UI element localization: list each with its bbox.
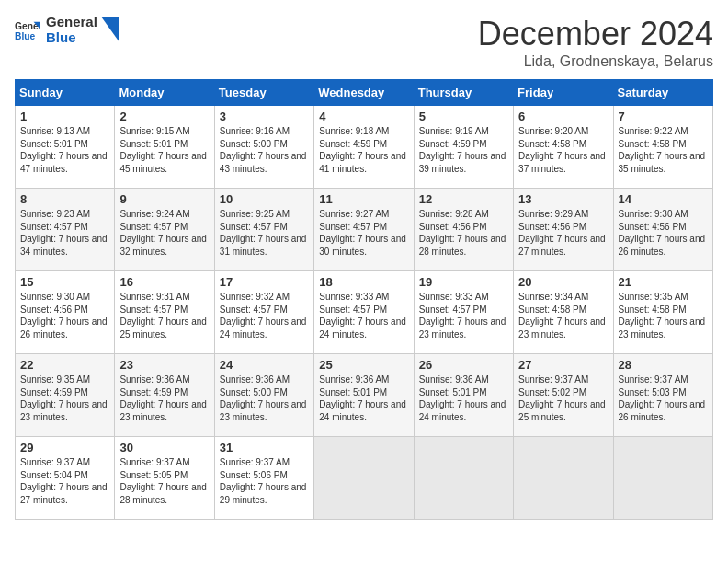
- calendar-cell: 1Sunrise: 9:13 AMSunset: 5:01 PMDaylight…: [16, 106, 115, 189]
- day-number: 15: [20, 275, 109, 289]
- day-number: 26: [419, 358, 508, 372]
- week-row-1: 1Sunrise: 9:13 AMSunset: 5:01 PMDaylight…: [16, 106, 713, 189]
- day-number: 29: [20, 441, 109, 454]
- calendar-cell: 10Sunrise: 9:25 AMSunset: 4:57 PMDayligh…: [214, 189, 313, 271]
- calendar-cell: 15Sunrise: 9:30 AMSunset: 4:56 PMDayligh…: [16, 271, 115, 354]
- svg-text:Blue: Blue: [15, 31, 36, 41]
- svg-marker-3: [101, 17, 119, 42]
- calendar-cell: 29Sunrise: 9:37 AMSunset: 5:04 PMDayligh…: [16, 437, 115, 520]
- week-row-4: 22Sunrise: 9:35 AMSunset: 4:59 PMDayligh…: [16, 354, 713, 437]
- day-number: 3: [220, 109, 309, 123]
- calendar-cell: [514, 437, 613, 520]
- day-info: Sunrise: 9:27 AMSunset: 4:57 PMDaylight:…: [319, 208, 408, 258]
- day-number: 16: [119, 275, 209, 289]
- day-info: Sunrise: 9:31 AMSunset: 4:57 PMDaylight:…: [119, 291, 209, 340]
- day-number: 24: [220, 358, 309, 372]
- calendar-cell: [314, 437, 414, 520]
- day-number: 12: [419, 192, 508, 206]
- day-info: Sunrise: 9:29 AMSunset: 4:56 PMDaylight:…: [518, 208, 608, 258]
- calendar-cell: 20Sunrise: 9:34 AMSunset: 4:58 PMDayligh…: [514, 271, 613, 354]
- day-info: Sunrise: 9:34 AMSunset: 4:58 PMDaylight:…: [518, 291, 608, 340]
- day-info: Sunrise: 9:25 AMSunset: 4:57 PMDaylight:…: [220, 208, 309, 258]
- month-title: December 2024: [478, 15, 713, 53]
- week-row-5: 29Sunrise: 9:37 AMSunset: 5:04 PMDayligh…: [16, 437, 713, 520]
- day-info: Sunrise: 9:37 AMSunset: 5:06 PMDaylight:…: [220, 456, 309, 506]
- calendar-cell: 28Sunrise: 9:37 AMSunset: 5:03 PMDayligh…: [613, 354, 712, 437]
- calendar-cell: 12Sunrise: 9:28 AMSunset: 4:56 PMDayligh…: [414, 189, 513, 271]
- day-number: 1: [20, 109, 109, 123]
- calendar-cell: 6Sunrise: 9:20 AMSunset: 4:58 PMDaylight…: [514, 106, 613, 189]
- day-number: 21: [619, 275, 708, 289]
- calendar-cell: [613, 437, 712, 520]
- calendar-cell: 25Sunrise: 9:36 AMSunset: 5:01 PMDayligh…: [314, 354, 414, 437]
- day-number: 4: [319, 109, 408, 123]
- day-info: Sunrise: 9:19 AMSunset: 4:59 PMDaylight:…: [419, 125, 508, 175]
- calendar-cell: 30Sunrise: 9:37 AMSunset: 5:05 PMDayligh…: [115, 437, 214, 520]
- day-number: 31: [220, 441, 309, 454]
- day-info: Sunrise: 9:30 AMSunset: 4:56 PMDaylight:…: [619, 208, 708, 258]
- day-info: Sunrise: 9:15 AMSunset: 5:01 PMDaylight:…: [119, 125, 209, 175]
- calendar-cell: 23Sunrise: 9:36 AMSunset: 4:59 PMDayligh…: [115, 354, 214, 437]
- day-number: 7: [619, 109, 708, 123]
- day-number: 28: [619, 358, 708, 372]
- header: General Blue General Blue December 2024 …: [15, 15, 713, 70]
- day-info: Sunrise: 9:37 AMSunset: 5:04 PMDaylight:…: [20, 456, 109, 506]
- calendar-table: SundayMondayTuesdayWednesdayThursdayFrid…: [15, 79, 713, 520]
- weekday-header-row: SundayMondayTuesdayWednesdayThursdayFrid…: [16, 80, 713, 106]
- day-info: Sunrise: 9:37 AMSunset: 5:03 PMDaylight:…: [619, 373, 708, 423]
- weekday-header-monday: Monday: [115, 80, 214, 106]
- day-number: 6: [518, 109, 608, 123]
- week-row-2: 8Sunrise: 9:23 AMSunset: 4:57 PMDaylight…: [16, 189, 713, 271]
- day-number: 14: [619, 192, 708, 206]
- calendar-cell: 31Sunrise: 9:37 AMSunset: 5:06 PMDayligh…: [214, 437, 313, 520]
- day-info: Sunrise: 9:18 AMSunset: 4:59 PMDaylight:…: [319, 125, 408, 175]
- day-info: Sunrise: 9:28 AMSunset: 4:56 PMDaylight:…: [419, 208, 508, 258]
- day-info: Sunrise: 9:33 AMSunset: 4:57 PMDaylight:…: [319, 291, 408, 340]
- day-info: Sunrise: 9:30 AMSunset: 4:56 PMDaylight:…: [20, 291, 109, 340]
- calendar-cell: 4Sunrise: 9:18 AMSunset: 4:59 PMDaylight…: [314, 106, 414, 189]
- calendar-cell: 14Sunrise: 9:30 AMSunset: 4:56 PMDayligh…: [613, 189, 712, 271]
- calendar-cell: 17Sunrise: 9:32 AMSunset: 4:57 PMDayligh…: [214, 271, 313, 354]
- day-info: Sunrise: 9:33 AMSunset: 4:57 PMDaylight:…: [419, 291, 508, 340]
- calendar-cell: 2Sunrise: 9:15 AMSunset: 5:01 PMDaylight…: [115, 106, 214, 189]
- day-number: 10: [220, 192, 309, 206]
- location-title: Lida, Grodnenskaya, Belarus: [478, 53, 713, 70]
- logo-arrow-icon: [101, 17, 119, 44]
- day-number: 19: [419, 275, 508, 289]
- calendar-cell: 24Sunrise: 9:36 AMSunset: 5:00 PMDayligh…: [214, 354, 313, 437]
- day-info: Sunrise: 9:13 AMSunset: 5:01 PMDaylight:…: [20, 125, 109, 175]
- day-info: Sunrise: 9:35 AMSunset: 4:59 PMDaylight:…: [20, 373, 109, 423]
- day-info: Sunrise: 9:37 AMSunset: 5:05 PMDaylight:…: [119, 456, 209, 506]
- day-info: Sunrise: 9:36 AMSunset: 5:01 PMDaylight:…: [419, 373, 508, 423]
- day-number: 18: [319, 275, 408, 289]
- calendar-cell: [414, 437, 513, 520]
- weekday-header-sunday: Sunday: [16, 80, 115, 106]
- title-area: December 2024 Lida, Grodnenskaya, Belaru…: [478, 15, 713, 70]
- day-number: 20: [518, 275, 608, 289]
- day-number: 8: [20, 192, 109, 206]
- weekday-header-wednesday: Wednesday: [314, 80, 414, 106]
- logo-icon: General Blue: [15, 17, 40, 43]
- day-number: 27: [518, 358, 608, 372]
- day-info: Sunrise: 9:24 AMSunset: 4:57 PMDaylight:…: [119, 208, 209, 258]
- calendar-cell: 5Sunrise: 9:19 AMSunset: 4:59 PMDaylight…: [414, 106, 513, 189]
- day-number: 22: [20, 358, 109, 372]
- weekday-header-thursday: Thursday: [414, 80, 513, 106]
- day-info: Sunrise: 9:36 AMSunset: 5:00 PMDaylight:…: [220, 373, 309, 423]
- day-info: Sunrise: 9:35 AMSunset: 4:58 PMDaylight:…: [619, 291, 708, 340]
- day-number: 9: [119, 192, 209, 206]
- day-info: Sunrise: 9:20 AMSunset: 4:58 PMDaylight:…: [518, 125, 608, 175]
- day-info: Sunrise: 9:23 AMSunset: 4:57 PMDaylight:…: [20, 208, 109, 258]
- day-info: Sunrise: 9:37 AMSunset: 5:02 PMDaylight:…: [518, 373, 608, 423]
- logo-general-text: General: [46, 15, 97, 30]
- day-info: Sunrise: 9:16 AMSunset: 5:00 PMDaylight:…: [220, 125, 309, 175]
- week-row-3: 15Sunrise: 9:30 AMSunset: 4:56 PMDayligh…: [16, 271, 713, 354]
- day-number: 5: [419, 109, 508, 123]
- calendar-cell: 22Sunrise: 9:35 AMSunset: 4:59 PMDayligh…: [16, 354, 115, 437]
- calendar-cell: 16Sunrise: 9:31 AMSunset: 4:57 PMDayligh…: [115, 271, 214, 354]
- day-info: Sunrise: 9:36 AMSunset: 4:59 PMDaylight:…: [119, 373, 209, 423]
- logo-blue-text: Blue: [46, 30, 97, 46]
- day-info: Sunrise: 9:32 AMSunset: 4:57 PMDaylight:…: [220, 291, 309, 340]
- calendar-cell: 8Sunrise: 9:23 AMSunset: 4:57 PMDaylight…: [16, 189, 115, 271]
- calendar-cell: 26Sunrise: 9:36 AMSunset: 5:01 PMDayligh…: [414, 354, 513, 437]
